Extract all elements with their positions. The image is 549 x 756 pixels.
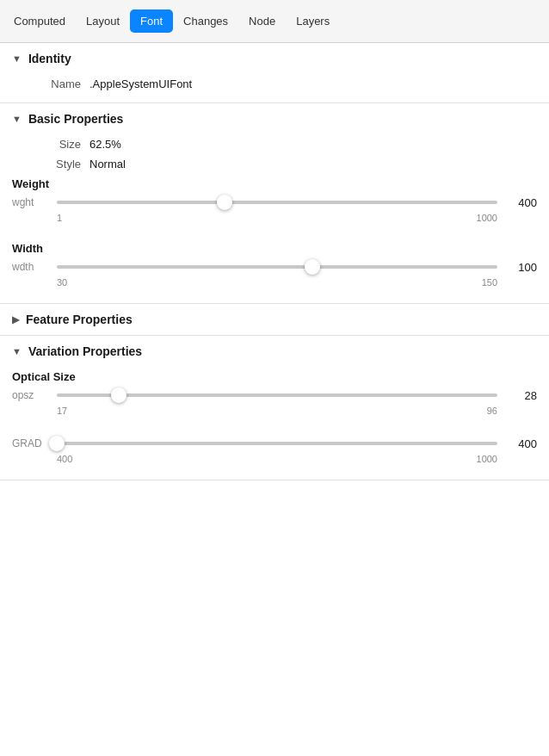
weight-slider-track <box>57 201 497 204</box>
optical-size-axis-label: opsz <box>12 389 50 401</box>
weight-max: 1000 <box>477 213 497 223</box>
optical-size-slider-thumb[interactable] <box>111 387 126 403</box>
width-slider-track <box>57 265 497 269</box>
grad-slider-track <box>57 442 497 445</box>
optical-size-group: Optical Size opsz 28 17 96 <box>0 367 549 431</box>
variation-collapse-icon <box>12 346 22 356</box>
content: Identity Name .AppleSystemUIFont Basic P… <box>0 43 549 480</box>
optical-size-slider-track <box>57 393 497 397</box>
variation-properties-section: Variation Properties Optical Size opsz 2… <box>0 336 549 480</box>
width-title: Width <box>12 242 537 255</box>
optical-size-slider-track-container[interactable] <box>57 387 497 404</box>
tab-layout[interactable]: Layout <box>76 9 130 33</box>
width-min: 30 <box>57 277 67 288</box>
tab-computed[interactable]: Computed <box>3 9 76 33</box>
basic-properties-title: Basic Properties <box>28 112 124 126</box>
variation-properties-title: Variation Properties <box>28 344 142 358</box>
tab-layers[interactable]: Layers <box>286 9 340 33</box>
style-label: Style <box>12 158 81 170</box>
identity-title: Identity <box>28 52 71 65</box>
grad-min: 400 <box>57 454 72 464</box>
feature-properties-title: Feature Properties <box>26 313 133 326</box>
grad-slider-value: 400 <box>504 437 537 450</box>
identity-header[interactable]: Identity <box>0 43 549 74</box>
style-value: Normal <box>89 158 126 170</box>
grad-range-row: 400 1000 <box>12 454 537 464</box>
feature-collapse-icon <box>12 314 19 325</box>
width-range-row: 30 150 <box>12 277 537 288</box>
feature-properties-header[interactable]: Feature Properties <box>0 304 549 335</box>
optical-size-range-row: 17 96 <box>12 406 537 416</box>
grad-group: GRAD 400 400 1000 <box>0 431 549 480</box>
identity-section: Identity Name .AppleSystemUIFont <box>0 43 549 103</box>
width-axis-label: wdth <box>12 261 50 273</box>
width-slider-row: wdth 100 <box>12 258 537 276</box>
weight-title: Weight <box>12 177 537 190</box>
weight-slider-value: 400 <box>504 196 537 209</box>
width-max: 150 <box>482 277 497 288</box>
basic-properties-section: Basic Properties Size 62.5% Style Normal… <box>0 103 549 304</box>
identity-name-value: .AppleSystemUIFont <box>89 77 192 90</box>
grad-slider-track-container[interactable] <box>57 435 497 452</box>
feature-properties-section: Feature Properties <box>0 304 549 336</box>
width-group: Width wdth 100 30 150 <box>0 239 549 303</box>
weight-slider-thumb[interactable] <box>217 195 232 210</box>
basic-properties-header[interactable]: Basic Properties <box>0 103 549 134</box>
tab-font[interactable]: Font <box>130 9 173 33</box>
variation-properties-header[interactable]: Variation Properties <box>0 336 549 367</box>
identity-body: Name .AppleSystemUIFont <box>0 74 549 102</box>
tab-changes[interactable]: Changes <box>173 9 238 33</box>
weight-axis-label: wght <box>12 196 50 208</box>
optical-size-min: 17 <box>57 406 67 416</box>
grad-max: 1000 <box>477 454 497 464</box>
width-slider-track-container[interactable] <box>57 258 497 276</box>
width-slider-value: 100 <box>504 261 537 274</box>
identity-name-row: Name .AppleSystemUIFont <box>0 74 549 94</box>
size-label: Size <box>12 138 81 151</box>
size-value: 62.5% <box>89 138 121 151</box>
size-row: Size 62.5% <box>0 134 549 154</box>
optical-size-title: Optical Size <box>12 370 537 383</box>
optical-size-slider-value: 28 <box>504 389 537 402</box>
basic-collapse-icon <box>12 114 22 124</box>
optical-size-slider-row: opsz 28 <box>12 387 537 404</box>
grad-axis-label: GRAD <box>12 437 50 449</box>
grad-slider-row: GRAD 400 <box>12 435 537 452</box>
style-row: Style Normal <box>0 154 549 174</box>
width-slider-thumb[interactable] <box>305 259 320 275</box>
weight-min: 1 <box>57 213 62 223</box>
weight-slider-track-container[interactable] <box>57 194 497 211</box>
tab-node[interactable]: Node <box>238 9 286 33</box>
weight-group: Weight wght 400 1 1000 <box>0 174 549 239</box>
weight-range-row: 1 1000 <box>12 213 537 223</box>
optical-size-max: 96 <box>487 406 497 416</box>
grad-slider-thumb[interactable] <box>49 436 65 451</box>
identity-name-label: Name <box>12 77 81 90</box>
weight-slider-row: wght 400 <box>12 194 537 211</box>
identity-collapse-icon <box>12 53 22 64</box>
tab-bar: ComputedLayoutFontChangesNodeLayers <box>0 0 549 43</box>
